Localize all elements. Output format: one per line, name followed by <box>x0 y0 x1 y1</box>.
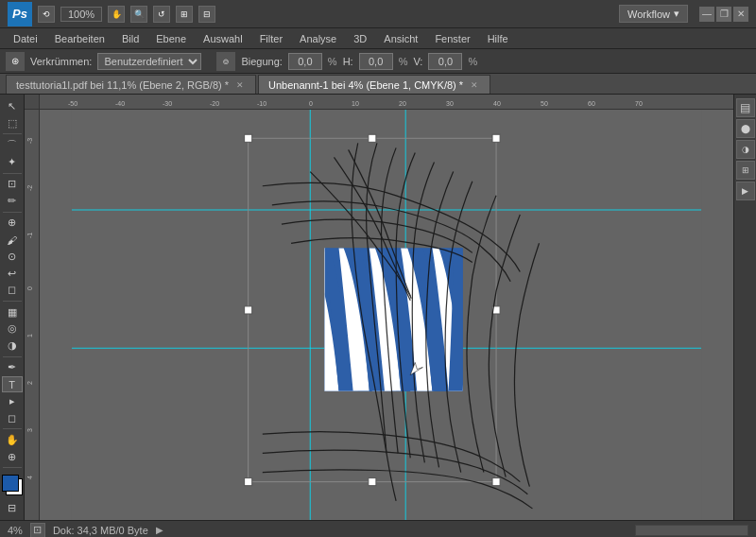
hand-icon[interactable]: ✋ <box>108 6 125 23</box>
ruler-corner <box>25 95 40 110</box>
color-swatches[interactable] <box>2 475 23 495</box>
zoom-icon[interactable]: 🔍 <box>130 6 147 23</box>
svg-text:50: 50 <box>541 100 548 107</box>
menu-fenster[interactable]: Fenster <box>427 31 477 46</box>
menu-bild[interactable]: Bild <box>114 31 146 46</box>
pen-tool[interactable]: ✒ <box>2 360 23 376</box>
titlebar-left: Ps ⟲ 100% ✋ 🔍 ↺ ⊞ ⊟ <box>0 2 215 26</box>
svg-text:3: 3 <box>26 428 33 432</box>
svg-text:30: 30 <box>446 100 454 107</box>
svg-rect-14 <box>25 110 40 520</box>
grid-icon[interactable]: ⊞ <box>176 6 193 23</box>
biegung-percent: % <box>328 56 337 67</box>
v-input[interactable] <box>428 53 462 70</box>
layers-panel-btn[interactable]: ▤ <box>736 98 755 117</box>
menu-filter[interactable]: Filter <box>252 31 290 46</box>
blur-tool[interactable]: ◎ <box>2 321 23 338</box>
scroll-bar[interactable] <box>635 525 748 536</box>
move-tool[interactable]: ↖ <box>2 98 23 114</box>
actions-panel-btn[interactable]: ▶ <box>736 182 755 200</box>
titlebar-right: Workflow ▾ — ❐ ✕ <box>215 5 756 23</box>
foreground-color-swatch[interactable] <box>2 475 19 492</box>
eyedropper-tool[interactable]: ✏ <box>2 193 23 209</box>
biegung-label: Biegung: <box>241 56 282 67</box>
layout-icon[interactable]: ⊟ <box>198 6 215 23</box>
zoom-tool[interactable]: ⊕ <box>2 449 23 465</box>
svg-text:0: 0 <box>26 286 33 290</box>
biegung-input[interactable] <box>288 53 322 70</box>
shape-tool[interactable]: ◻ <box>2 410 23 426</box>
v-label: V: <box>413 56 422 67</box>
menu-3d[interactable]: 3D <box>346 31 374 46</box>
svg-text:-50: -50 <box>68 100 77 107</box>
right-panel: ▤ ⬤ ◑ ⊞ ▶ <box>733 95 756 520</box>
svg-rect-32 <box>245 306 252 314</box>
dropdown-arrow-icon: ▾ <box>674 8 679 20</box>
svg-rect-31 <box>492 134 500 142</box>
spot-heal-tool[interactable]: ⊕ <box>2 216 23 232</box>
status-icon: ⊡ <box>30 523 45 538</box>
menu-analyse[interactable]: Analyse <box>292 31 344 46</box>
ruler-vertical: -3 -2 -1 0 1 2 3 4 <box>25 110 40 520</box>
lasso-tool[interactable]: ⌒ <box>2 137 23 153</box>
history-panel-btn[interactable]: ⊞ <box>736 161 755 180</box>
text-tool[interactable]: T <box>2 376 23 392</box>
tab-close-1[interactable]: ✕ <box>234 79 246 91</box>
svg-rect-36 <box>492 478 500 486</box>
svg-rect-0 <box>40 95 733 110</box>
sphere-panel-btn[interactable]: ⬤ <box>736 119 755 138</box>
svg-text:20: 20 <box>399 100 406 107</box>
ruler-v-svg: -3 -2 -1 0 1 2 3 4 <box>25 110 40 520</box>
dodge-tool[interactable]: ◑ <box>2 338 23 354</box>
svg-text:10: 10 <box>352 100 359 107</box>
svg-rect-30 <box>369 134 376 142</box>
zoom-level: 4% <box>8 525 23 536</box>
tab-testtutoria[interactable]: testtutoria1l.pdf bei 11,1% (Ebene 2, RG… <box>6 75 256 94</box>
close-button[interactable]: ✕ <box>733 7 748 22</box>
rotate-icon[interactable]: ↺ <box>153 6 170 23</box>
menu-hilfe[interactable]: Hilfe <box>480 31 516 46</box>
verkrummen-select[interactable]: Benutzerdefiniert <box>97 53 201 70</box>
eraser-tool[interactable]: ◻ <box>2 282 23 298</box>
selection-tool[interactable]: ⬚ <box>2 115 23 131</box>
svg-rect-35 <box>369 478 376 486</box>
menu-datei[interactable]: Datei <box>6 31 45 46</box>
svg-rect-29 <box>245 134 252 142</box>
restore-button[interactable]: ❐ <box>716 7 731 22</box>
gradient-tool[interactable]: ▦ <box>2 304 23 320</box>
magic-wand-tool[interactable]: ✦ <box>2 154 23 170</box>
h-percent: % <box>399 56 408 67</box>
verkrummen-label: Verkrümmen: <box>30 56 92 67</box>
tool-sep-5 <box>3 356 22 357</box>
menubar: Datei Bearbeiten Bild Ebene Auswahl Filt… <box>0 28 756 49</box>
menu-auswahl[interactable]: Auswahl <box>196 31 250 46</box>
menu-ebene[interactable]: Ebene <box>148 31 194 46</box>
quick-mask-tool[interactable]: ⊟ <box>2 500 23 516</box>
svg-text:-1: -1 <box>26 233 33 238</box>
canvas-content[interactable] <box>40 110 733 520</box>
menu-bearbeiten[interactable]: Bearbeiten <box>47 31 112 46</box>
hand-tool[interactable]: ✋ <box>2 432 23 448</box>
crop-tool[interactable]: ⊡ <box>2 177 23 193</box>
workflow-button[interactable]: Workflow ▾ <box>619 5 688 23</box>
canvas-area[interactable]: -50 -40 -30 -20 -10 0 10 20 30 40 50 60 … <box>25 95 733 520</box>
brush-tool[interactable]: 🖌 <box>2 232 23 248</box>
main-area: ↖ ⬚ ⌒ ✦ ⊡ ✏ ⊕ 🖌 ⊙ ↩ ◻ ▦ ◎ ◑ ✒ T ▸ ◻ ✋ ⊕ … <box>0 95 756 520</box>
tab-unbenannt[interactable]: Unbenannt-1 bei 4% (Ebene 1, CMYK/8) * ✕ <box>258 75 490 94</box>
tool-sep-6 <box>3 428 22 429</box>
menu-ansicht[interactable]: Ansicht <box>376 31 425 46</box>
path-selection-tool[interactable]: ▸ <box>2 393 23 409</box>
minimize-button[interactable]: — <box>699 7 714 22</box>
ruler-h-svg: -50 -40 -30 -20 -10 0 10 20 30 40 50 60 … <box>40 95 733 110</box>
svg-text:1: 1 <box>26 334 33 338</box>
history-icon[interactable]: ⟲ <box>38 6 55 23</box>
adjustments-panel-btn[interactable]: ◑ <box>736 140 755 159</box>
h-input[interactable] <box>359 53 393 70</box>
optionsbar: ⊛ Verkrümmen: Benutzerdefiniert ⌾ Biegun… <box>0 49 756 74</box>
tool-sep-2 <box>3 173 22 174</box>
tab-close-2[interactable]: ✕ <box>469 79 480 91</box>
status-arrow[interactable]: ▶ <box>156 525 163 535</box>
clone-tool[interactable]: ⊙ <box>2 249 23 265</box>
ruler-horizontal: -50 -40 -30 -20 -10 0 10 20 30 40 50 60 … <box>40 95 733 110</box>
history-brush-tool[interactable]: ↩ <box>2 266 23 282</box>
